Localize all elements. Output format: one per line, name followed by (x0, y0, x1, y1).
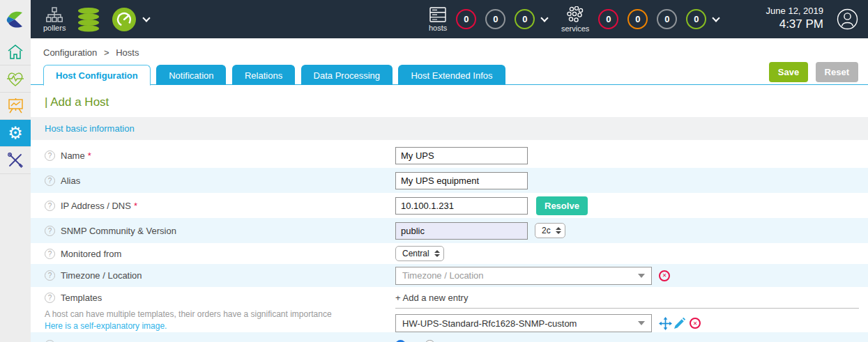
user-menu-button[interactable] (837, 8, 858, 33)
save-button[interactable]: Save (769, 62, 808, 82)
templates-help-text: A host can have multiple templates, thei… (45, 309, 395, 319)
form-row-templates: ? Templates A host can have multiple tem… (31, 287, 868, 332)
delete-template-icon[interactable]: ✕ (690, 318, 701, 329)
home-icon (7, 44, 24, 60)
centreon-logo[interactable] (0, 0, 31, 38)
snmp-control-cell: 2c (395, 222, 868, 240)
help-icon[interactable]: ? (45, 340, 55, 342)
services-icon (566, 6, 584, 23)
resolve-button[interactable]: Resolve (536, 196, 588, 215)
monitored-from-select[interactable]: Central (395, 246, 444, 261)
name-label: Name (61, 150, 85, 161)
create-services-radio-group: Yes No (395, 340, 450, 342)
section-header-host-basic-information: Host basic information (31, 117, 868, 140)
snmp-community-input[interactable] (395, 222, 528, 240)
form-row-alias: ? Alias (31, 168, 868, 193)
services-menu[interactable]: services (561, 6, 589, 33)
platform-status-button[interactable] (112, 7, 149, 32)
services-chevron-down-icon[interactable] (713, 14, 720, 22)
services-unknown-count: 0 (664, 14, 669, 24)
tab-data-processing[interactable]: Data Processing (301, 65, 393, 85)
timezone-placeholder: Timezone / Location (402, 270, 484, 281)
hosts-up-badge[interactable]: 0 (515, 9, 535, 29)
add-template-entry-link[interactable]: + Add a new entry (395, 289, 859, 309)
radio-no[interactable] (425, 340, 435, 342)
database-status-button[interactable] (77, 7, 100, 32)
form-row-snmp: ? SNMP Community & Version 2c (31, 218, 868, 243)
services-unknown-badge[interactable]: 0 (657, 9, 677, 29)
tab-notification[interactable]: Notification (156, 65, 226, 85)
sidebar-item-configuration[interactable]: ⚙ (0, 120, 31, 147)
breadcrumb: Configuration > Hosts (31, 38, 868, 64)
alias-label-cell: ? Alias (31, 176, 395, 186)
gear-icon: ⚙ (8, 125, 23, 141)
move-icon[interactable] (659, 317, 672, 330)
tab-host-configuration[interactable]: Host Configuration (43, 65, 151, 86)
template-entry-actions: ✕ (659, 317, 702, 330)
clear-timezone-icon[interactable]: ✕ (659, 270, 670, 281)
edit-pencil-icon[interactable] (673, 318, 685, 329)
monitored-from-label: Monitored from (61, 249, 121, 259)
help-icon[interactable]: ? (45, 226, 55, 236)
select-spinner-icon (434, 250, 440, 257)
breadcrumb-hosts[interactable]: Hosts (116, 47, 139, 58)
templates-help-link[interactable]: Here is a self-explanatory image. (45, 321, 167, 331)
sidebar-item-administration[interactable] (0, 147, 31, 174)
ip-address-input[interactable] (395, 197, 528, 215)
sidebar-item-monitoring[interactable] (0, 65, 31, 93)
sidebar-item-reporting[interactable] (0, 93, 31, 120)
monitored-from-value: Central (402, 249, 429, 258)
tab-host-extended-infos[interactable]: Host Extended Infos (398, 65, 505, 85)
caret-down-icon (638, 321, 645, 325)
form-row-name: ? Name * (31, 143, 868, 168)
hosts-down-badge[interactable]: 0 (456, 9, 476, 29)
form-row-monitored-from: ? Monitored from Central (31, 243, 868, 264)
alias-input[interactable] (395, 172, 528, 189)
help-icon[interactable]: ? (45, 176, 55, 186)
services-label: services (561, 24, 589, 33)
select-spinner-icon (556, 227, 561, 234)
help-icon[interactable]: ? (45, 249, 55, 259)
centreon-logo-icon (6, 10, 25, 29)
alias-control-cell (395, 172, 868, 189)
help-icon[interactable]: ? (45, 201, 55, 211)
form-row-create-services: ? Create Services linked to the Template… (31, 332, 868, 342)
template-entry-row: HW-UPS-Standard-Rfc1628-SNMP-custom (395, 314, 868, 332)
help-icon[interactable]: ? (45, 150, 55, 161)
help-icon[interactable]: ? (45, 293, 55, 303)
required-marker: * (134, 201, 137, 211)
snmp-version-value: 2c (542, 226, 551, 235)
hosts-unreachable-badge[interactable]: 0 (485, 9, 505, 29)
radio-yes[interactable] (395, 340, 406, 342)
template-select[interactable]: HW-UPS-Standard-Rfc1628-SNMP-custom (395, 314, 652, 332)
templates-label-cell: ? Templates A host can have multiple tem… (31, 287, 395, 331)
snmp-version-select[interactable]: 2c (535, 223, 565, 238)
pollers-menu[interactable]: pollers (43, 7, 66, 32)
name-input[interactable] (395, 147, 528, 164)
breadcrumb-configuration[interactable]: Configuration (43, 47, 97, 58)
timezone-select[interactable]: Timezone / Location (395, 267, 652, 285)
hosts-down-count: 0 (464, 14, 469, 24)
create-services-control-cell: Yes No (395, 340, 868, 342)
ip-control-cell: Resolve (395, 196, 868, 215)
sidebar-item-home[interactable] (0, 38, 31, 65)
services-ok-badge[interactable]: 0 (686, 9, 706, 29)
hosts-icon (429, 7, 446, 22)
page-title: | Add a Host (31, 85, 868, 117)
form-row-timezone: ? Timezone / Location Timezone / Locatio… (31, 264, 868, 287)
form-row-ip-address: ? IP Address / DNS * Resolve (31, 193, 868, 218)
services-critical-count: 0 (606, 14, 611, 24)
tab-relations[interactable]: Relations (232, 65, 295, 85)
current-time: 4:37 PM (766, 17, 823, 31)
help-icon[interactable]: ? (45, 270, 55, 281)
hosts-status-cluster: hosts 0 0 0 (429, 0, 547, 38)
services-warning-badge[interactable]: 0 (627, 9, 648, 29)
clock: June 12, 2019 4:37 PM (766, 6, 823, 31)
top-header-bar: pollers hosts 0 0 0 (0, 0, 868, 38)
reset-button[interactable]: Reset (816, 62, 858, 82)
services-critical-badge[interactable]: 0 (598, 9, 618, 29)
alias-label: Alias (61, 176, 80, 186)
templates-control-cell: + Add a new entry HW-UPS-Standard-Rfc162… (395, 287, 868, 332)
hosts-chevron-down-icon[interactable] (541, 14, 549, 22)
hosts-menu[interactable]: hosts (429, 7, 447, 32)
